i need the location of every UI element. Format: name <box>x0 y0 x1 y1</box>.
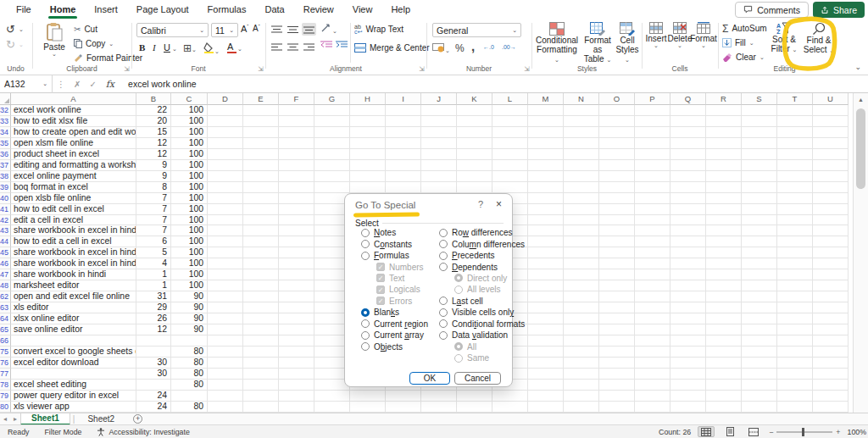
cell-j-39[interactable] <box>421 182 457 193</box>
cell-s-79[interactable] <box>742 391 777 402</box>
zoom-handle[interactable] <box>802 428 804 436</box>
column-header-d[interactable]: D <box>208 93 243 105</box>
page-break-view-button[interactable] <box>745 426 762 437</box>
cell-o-44[interactable] <box>599 236 635 247</box>
cell-f-62[interactable] <box>279 291 314 302</box>
cell-b-42[interactable]: 7 <box>136 215 171 226</box>
cell-m-75[interactable] <box>528 347 564 358</box>
cell-l-37[interactable] <box>492 160 528 171</box>
cell-c-33[interactable]: 100 <box>171 116 208 127</box>
insert-function-button[interactable]: fx <box>101 79 120 90</box>
cell-m-47[interactable] <box>528 269 564 280</box>
cell-d-32[interactable] <box>208 105 243 116</box>
zoom-slider[interactable]: − + <box>769 428 840 436</box>
cell-b-33[interactable]: 20 <box>136 116 171 127</box>
ok-button[interactable]: OK <box>409 372 450 385</box>
dialog-option-objects[interactable]: Objects <box>361 341 437 352</box>
cell-p-37[interactable] <box>635 160 670 171</box>
cell-a-44[interactable]: how to edit a cell in excel <box>11 236 136 247</box>
cell-n-35[interactable] <box>564 138 599 149</box>
row-header-80[interactable]: 80 <box>0 402 11 413</box>
undo-button[interactable]: ↺⌄ <box>6 23 24 36</box>
cell-i-34[interactable] <box>386 127 421 138</box>
row-header-75[interactable]: 75 <box>0 347 11 358</box>
cell-q-65[interactable] <box>670 324 706 335</box>
cell-f-39[interactable] <box>279 182 314 193</box>
collapse-ribbon-chevron[interactable]: ⌄ <box>854 64 861 69</box>
cell-p-33[interactable] <box>635 116 670 127</box>
cell-s-44[interactable] <box>742 236 777 247</box>
cell-o-65[interactable] <box>599 324 635 335</box>
cell-d-62[interactable] <box>208 291 243 302</box>
cell-r-48[interactable] <box>706 280 742 291</box>
cell-k-33[interactable] <box>457 116 492 127</box>
radio-constants[interactable] <box>361 240 370 248</box>
dialog-option-formulas[interactable]: Formulas <box>361 250 437 261</box>
row-header-66[interactable]: 66 <box>0 335 11 347</box>
cell-e-65[interactable] <box>243 324 279 335</box>
cell-c-78[interactable]: 80 <box>171 380 208 391</box>
cell-a-63[interactable]: xls editor <box>11 302 136 313</box>
cell-m-42[interactable] <box>528 215 564 226</box>
cell-b-47[interactable]: 1 <box>136 269 171 280</box>
fill-button[interactable]: Fill⌄ <box>722 36 754 49</box>
row-header-77[interactable]: 77 <box>0 369 11 380</box>
cell-u-76[interactable] <box>813 358 849 369</box>
cell-q-42[interactable] <box>670 215 706 226</box>
cell-b-38[interactable]: 9 <box>136 171 171 182</box>
cell-r-40[interactable] <box>706 193 742 204</box>
cell-s-80[interactable] <box>742 402 777 413</box>
cell-s-78[interactable] <box>742 380 777 391</box>
cell-d-34[interactable] <box>208 127 243 138</box>
dialog-option-precedents[interactable]: Precedents <box>439 250 514 261</box>
cell-q-80[interactable] <box>670 402 706 413</box>
font-size-combobox[interactable]: 11⌄ <box>211 23 238 37</box>
dialog-option-notes[interactable]: Notes <box>361 227 437 238</box>
cancel-icon[interactable]: ✗ <box>70 80 85 89</box>
cell-b-75[interactable] <box>136 347 171 358</box>
dialog-option-blanks[interactable]: Blanks <box>361 307 437 318</box>
cell-s-35[interactable] <box>742 138 777 149</box>
cell-n-45[interactable] <box>564 247 599 258</box>
vertical-scroll-thumb[interactable] <box>856 108 865 189</box>
fill-color-button[interactable]: ⌄ <box>203 42 220 55</box>
font-family-combobox[interactable]: Calibri⌄ <box>136 23 209 37</box>
cell-h-32[interactable] <box>350 105 386 116</box>
cell-q-75[interactable] <box>670 347 706 358</box>
cell-g-33[interactable] <box>314 116 350 127</box>
cell-n-77[interactable] <box>564 369 599 380</box>
cell-o-48[interactable] <box>599 280 635 291</box>
cell-e-42[interactable] <box>243 215 279 226</box>
cell-f-78[interactable] <box>279 380 314 391</box>
cell-m-48[interactable] <box>528 280 564 291</box>
dialog-option-numbers[interactable]: ✓Numbers <box>361 261 437 272</box>
cell-f-45[interactable] <box>279 247 314 258</box>
cell-m-66[interactable] <box>528 335 564 347</box>
radio-notes[interactable] <box>361 229 370 237</box>
cell-k-35[interactable] <box>457 138 492 149</box>
column-header-p[interactable]: P <box>635 93 670 105</box>
cell-u-40[interactable] <box>813 193 849 204</box>
enter-icon[interactable]: ✓ <box>85 80 100 89</box>
cell-p-38[interactable] <box>635 171 670 182</box>
cell-g-36[interactable] <box>314 149 350 160</box>
cell-u-36[interactable] <box>813 149 849 160</box>
cell-l-80[interactable] <box>492 402 528 413</box>
percent-style-button[interactable]: % <box>455 42 465 54</box>
italic-button[interactable]: I <box>153 42 156 53</box>
cell-a-75[interactable]: convert excel to google sheets online <box>11 347 136 358</box>
cell-u-63[interactable] <box>813 302 849 313</box>
cell-b-45[interactable]: 5 <box>136 247 171 258</box>
cell-c-45[interactable]: 100 <box>171 247 208 258</box>
cell-n-39[interactable] <box>564 182 599 193</box>
cell-b-43[interactable]: 7 <box>136 225 171 236</box>
cell-o-33[interactable] <box>599 116 635 127</box>
cell-q-63[interactable] <box>670 302 706 313</box>
cell-c-37[interactable]: 100 <box>171 160 208 171</box>
cell-d-78[interactable] <box>208 380 243 391</box>
cell-g-39[interactable] <box>314 182 350 193</box>
cell-g-80[interactable] <box>314 402 350 413</box>
radio-column-differences[interactable] <box>439 240 448 248</box>
dialog-close-button[interactable]: × <box>496 198 502 210</box>
cell-i-80[interactable] <box>386 402 421 413</box>
